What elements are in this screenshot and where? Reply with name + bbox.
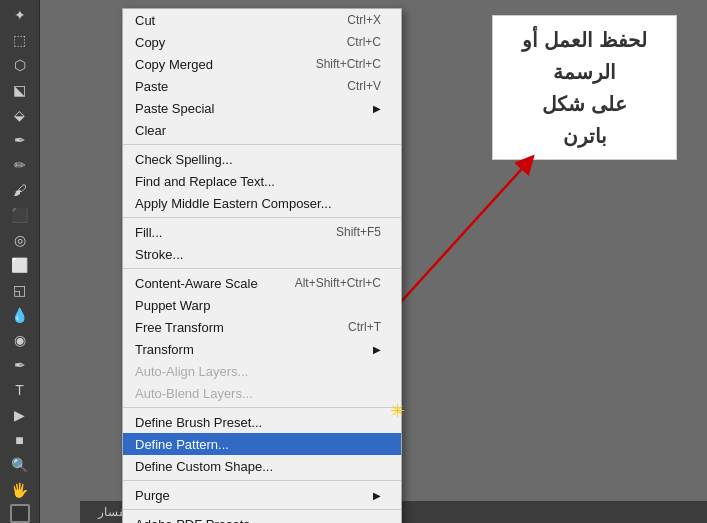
menu-item-copy[interactable]: CopyCtrl+C	[123, 31, 401, 53]
menu-label-paste-special: Paste Special	[135, 101, 365, 116]
menu-item-content-aware-scale[interactable]: Content-Aware ScaleAlt+Shift+Ctrl+C	[123, 272, 401, 294]
menu-separator	[123, 268, 401, 269]
menu-item-paste[interactable]: PasteCtrl+V	[123, 75, 401, 97]
toolbar-eyedropper[interactable]: ✒	[6, 129, 34, 152]
toolbar-lasso[interactable]: ⬡	[6, 54, 34, 77]
toolbar-blur[interactable]: 💧	[6, 304, 34, 327]
menu-shortcut-copy-merged: Shift+Ctrl+C	[316, 57, 381, 71]
toolbar-path-select[interactable]: ▶	[6, 404, 34, 427]
menu-item-paste-special[interactable]: Paste Special▶	[123, 97, 401, 119]
menu-shortcut-cut: Ctrl+X	[347, 13, 381, 27]
menu-separator	[123, 480, 401, 481]
menu-shortcut-free-transform: Ctrl+T	[348, 320, 381, 334]
toolbar-fg-color[interactable]	[10, 504, 30, 523]
menu-item-find-replace[interactable]: Find and Replace Text...	[123, 170, 401, 192]
menu-separator	[123, 217, 401, 218]
menu-label-apply-composer: Apply Middle Eastern Composer...	[135, 196, 381, 211]
menu-item-purge[interactable]: Purge▶	[123, 484, 401, 506]
menu-item-apply-composer[interactable]: Apply Middle Eastern Composer...	[123, 192, 401, 214]
toolbar-brush[interactable]: 🖌	[6, 179, 34, 202]
toolbar-hand[interactable]: 🖐	[6, 479, 34, 502]
menu-item-puppet-warp[interactable]: Puppet Warp	[123, 294, 401, 316]
menu-item-copy-merged[interactable]: Copy MergedShift+Ctrl+C	[123, 53, 401, 75]
context-menu: CutCtrl+XCopyCtrl+CCopy MergedShift+Ctrl…	[122, 8, 402, 523]
toolbar-shape[interactable]: ■	[6, 429, 34, 452]
menu-separator	[123, 407, 401, 408]
menu-item-fill[interactable]: Fill...Shift+F5	[123, 221, 401, 243]
menu-label-define-brush: Define Brush Preset...	[135, 415, 381, 430]
menu-item-cut[interactable]: CutCtrl+X	[123, 9, 401, 31]
toolbar-dodge[interactable]: ◉	[6, 329, 34, 352]
toolbar-clone[interactable]: ⬛	[6, 204, 34, 227]
menu-shortcut-fill: Shift+F5	[336, 225, 381, 239]
menu-label-cut: Cut	[135, 13, 327, 28]
menu-label-fill: Fill...	[135, 225, 316, 240]
menu-item-free-transform[interactable]: Free TransformCtrl+T	[123, 316, 401, 338]
menu-item-transform[interactable]: Transform▶	[123, 338, 401, 360]
menu-item-clear[interactable]: Clear	[123, 119, 401, 141]
menu-separator	[123, 144, 401, 145]
toolbar-history[interactable]: ◎	[6, 229, 34, 252]
menu-item-define-custom-shape[interactable]: Define Custom Shape...	[123, 455, 401, 477]
toolbar-pen[interactable]: ✒	[6, 354, 34, 377]
menu-label-auto-align: Auto-Align Layers...	[135, 364, 381, 379]
menu-label-define-custom-shape: Define Custom Shape...	[135, 459, 381, 474]
toolbar-zoom[interactable]: 🔍	[6, 454, 34, 477]
menu-item-adobe-pdf-presets[interactable]: Adobe PDF Presets...	[123, 513, 401, 523]
menu-separator	[123, 509, 401, 510]
menu-arrow-paste-special: ▶	[373, 103, 381, 114]
toolbar-eraser[interactable]: ⬜	[6, 254, 34, 277]
menu-label-copy: Copy	[135, 35, 327, 50]
menu-label-puppet-warp: Puppet Warp	[135, 298, 381, 313]
menu-shortcut-content-aware-scale: Alt+Shift+Ctrl+C	[295, 276, 381, 290]
menu-label-free-transform: Free Transform	[135, 320, 328, 335]
menu-item-stroke[interactable]: Stroke...	[123, 243, 401, 265]
menu-label-stroke: Stroke...	[135, 247, 381, 262]
toolbar: ✦ ⬚ ⬡ ⬕ ⬙ ✒ ✏ 🖌 ⬛ ◎ ⬜ ◱ 💧 ◉ ✒ T ▶ ■ 🔍 🖐	[0, 0, 40, 523]
menu-label-paste: Paste	[135, 79, 327, 94]
menu-label-check-spelling: Check Spelling...	[135, 152, 381, 167]
menu-label-content-aware-scale: Content-Aware Scale	[135, 276, 275, 291]
menu-label-clear: Clear	[135, 123, 381, 138]
menu-item-auto-align: Auto-Align Layers...	[123, 360, 401, 382]
menu-shortcut-paste: Ctrl+V	[347, 79, 381, 93]
menu-item-auto-blend: Auto-Blend Layers...	[123, 382, 401, 404]
menu-item-define-pattern[interactable]: Define Pattern...	[123, 433, 401, 455]
menu-label-auto-blend: Auto-Blend Layers...	[135, 386, 381, 401]
menu-shortcut-copy: Ctrl+C	[347, 35, 381, 49]
menu-item-check-spelling[interactable]: Check Spelling...	[123, 148, 401, 170]
toolbar-gradient[interactable]: ◱	[6, 279, 34, 302]
menu-label-copy-merged: Copy Merged	[135, 57, 296, 72]
menu-label-transform: Transform	[135, 342, 365, 357]
toolbar-select[interactable]: ⬚	[6, 29, 34, 52]
canvas-area: العبيد لحفظ العمل أوالرسمةعلى شكلباترن C…	[40, 0, 707, 523]
toolbar-healing[interactable]: ✏	[6, 154, 34, 177]
menu-item-define-brush[interactable]: Define Brush Preset...	[123, 411, 401, 433]
menu-arrow-purge: ▶	[373, 490, 381, 501]
toolbar-magic-wand[interactable]: ⬕	[6, 79, 34, 102]
menu-label-define-pattern: Define Pattern...	[135, 437, 381, 452]
menu-label-adobe-pdf-presets: Adobe PDF Presets...	[135, 517, 381, 524]
menu-arrow-transform: ▶	[373, 344, 381, 355]
white-box: لحفظ العمل أوالرسمةعلى شكلباترن	[492, 15, 677, 160]
toolbar-text[interactable]: T	[6, 379, 34, 402]
menu-label-find-replace: Find and Replace Text...	[135, 174, 381, 189]
toolbar-move[interactable]: ✦	[6, 4, 34, 27]
menu-label-purge: Purge	[135, 488, 365, 503]
white-box-text: لحفظ العمل أوالرسمةعلى شكلباترن	[522, 24, 646, 152]
toolbar-crop[interactable]: ⬙	[6, 104, 34, 127]
